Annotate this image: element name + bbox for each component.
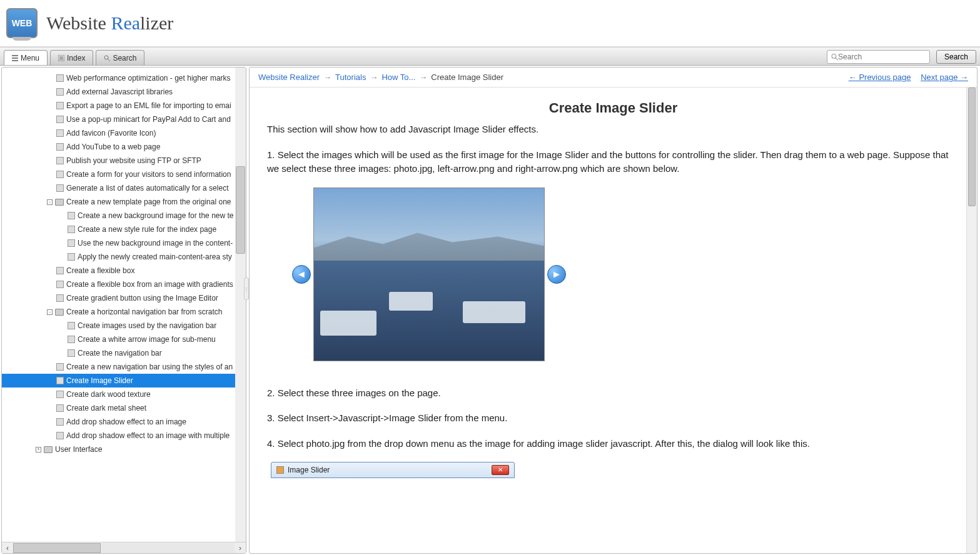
tree-item-label: Use the new background image in the cont… — [78, 239, 233, 248]
tree-item-label: Create dark metal sheet — [66, 404, 146, 412]
tree-item[interactable]: Create images used by the navigation bar — [2, 319, 246, 332]
scroll-left-icon[interactable]: ‹ — [2, 544, 13, 552]
topbar: Menu Index Search Search — [0, 47, 980, 66]
tree-item[interactable]: +User Interface — [2, 442, 246, 456]
crumb-sep: → — [419, 72, 427, 82]
hscroll-thumb[interactable] — [13, 543, 101, 553]
search-input[interactable] — [838, 52, 926, 61]
page-icon — [56, 129, 64, 137]
tree-item-label: Create a new navigation bar using the st… — [66, 362, 233, 371]
tab-menu[interactable]: Menu — [4, 50, 48, 65]
menu-icon — [12, 55, 18, 61]
tree-item[interactable]: Create dark metal sheet — [2, 401, 246, 415]
sidebar-hscroll[interactable]: ‹ › — [2, 542, 246, 553]
tab-menu-label: Menu — [21, 54, 39, 62]
vscroll-thumb[interactable] — [236, 166, 245, 254]
step-3-text: 3. Select Insert->Javascript->Image Slid… — [267, 411, 959, 426]
next-page-link[interactable]: Next page → — [921, 72, 968, 82]
tree-item-label: Create a white arrow image for sub-menu — [78, 335, 216, 344]
tree-item-label: Apply the newly created main-content-are… — [78, 252, 232, 261]
tree-item-label: Create a new background image for the ne… — [78, 211, 233, 220]
tree-item-label: Export a page to an EML file for importi… — [66, 101, 231, 110]
tree-item-label: Create a form for your visitors to send … — [66, 170, 231, 179]
right-arrow-icon[interactable]: ► — [547, 265, 566, 284]
left-arrow-icon[interactable]: ◄ — [292, 265, 311, 284]
tree-item[interactable]: Generate a list of dates automatically f… — [2, 181, 246, 195]
tree-expander-icon[interactable]: - — [47, 199, 53, 205]
tree-item[interactable]: Create the navigation bar — [2, 346, 246, 360]
tree-item[interactable]: Apply the newly created main-content-are… — [2, 250, 246, 264]
tree-item[interactable]: Create a new background image for the ne… — [2, 209, 246, 222]
tree-item-label: Use a pop-up minicart for PayPal Add to … — [66, 115, 231, 124]
tree-item[interactable]: Add YouTube to a web page — [2, 140, 246, 154]
tree-item[interactable]: Add external Javascript libraries — [2, 85, 246, 99]
tree-item[interactable]: Create a new navigation bar using the st… — [2, 360, 246, 374]
tree-item-label: Create the navigation bar — [78, 349, 162, 358]
search-button[interactable]: Search — [936, 50, 976, 64]
tree: Web performance optimization - get highe… — [2, 68, 246, 542]
tree-item-label: Create images used by the navigation bar — [78, 321, 216, 330]
crumb-sep: → — [370, 72, 378, 82]
tree-item[interactable]: -Create a horizontal navigation bar from… — [2, 305, 246, 319]
tree-item[interactable]: Add favicon (Favorite Icon) — [2, 126, 246, 140]
tree-item[interactable]: -Create a new template page from the ori… — [2, 195, 246, 209]
prev-page-link[interactable]: ← Previous page — [849, 72, 911, 82]
tree-item[interactable]: Create dark wood texture — [2, 388, 246, 401]
app-header: WEB Website Realizer — [0, 0, 980, 47]
page-icon — [56, 363, 64, 371]
tree-item-label: Create a flexible box from an image with… — [66, 280, 233, 289]
tree-expander-icon[interactable]: - — [47, 309, 53, 315]
tree-item[interactable]: Web performance optimization - get highe… — [2, 71, 246, 85]
hscroll-track[interactable] — [13, 543, 235, 553]
scroll-right-icon[interactable]: › — [235, 544, 246, 552]
tab-index[interactable]: Index — [50, 50, 93, 65]
tree-item[interactable]: Create a flexible box from an image with… — [2, 278, 246, 291]
tree-item[interactable]: Use the new background image in the cont… — [2, 236, 246, 250]
page-icon — [56, 294, 64, 302]
content-vscroll[interactable] — [966, 88, 977, 553]
tab-search[interactable]: Search — [96, 50, 144, 65]
tree-item[interactable]: Add drop shadow effect to an image with … — [2, 429, 246, 442]
tree-item[interactable]: Create a form for your visitors to send … — [2, 168, 246, 181]
example-figure: ◄ ► — [292, 188, 959, 361]
tree-item[interactable]: Create Image Slider — [2, 374, 246, 388]
crumb-tutorials[interactable]: Tutorials — [335, 72, 366, 82]
tree-expander-icon[interactable]: + — [36, 447, 41, 452]
tree-item[interactable]: Add drop shadow effect to an image — [2, 415, 246, 429]
tree-item-label: Create a new style rule for the index pa… — [78, 225, 216, 234]
tree-item[interactable]: Create a flexible box — [2, 264, 246, 278]
book-icon — [55, 199, 64, 206]
splitter-handle[interactable]: ⋮ — [244, 278, 249, 300]
search-box[interactable] — [827, 50, 930, 64]
tree-item[interactable]: Use a pop-up minicart for PayPal Add to … — [2, 112, 246, 126]
svg-line-2 — [108, 59, 110, 61]
brand-text-2: Rea — [111, 12, 140, 33]
tree-item[interactable]: Publish your website using FTP or SFTP — [2, 154, 246, 168]
page-icon — [68, 212, 75, 219]
page-icon — [56, 432, 64, 439]
page-icon — [68, 322, 75, 329]
page-icon — [68, 349, 75, 357]
main: Web performance optimization - get highe… — [0, 66, 980, 555]
app-brand: Website Realizer — [46, 12, 173, 34]
tree-item[interactable]: Create a new style rule for the index pa… — [2, 222, 246, 236]
tree-item[interactable]: Create gradient button using the Image E… — [2, 291, 246, 305]
tree-item-label: Create a flexible box — [66, 266, 134, 275]
page-icon — [56, 102, 64, 109]
tree-item-label: Create gradient button using the Image E… — [66, 294, 218, 302]
dialog-titlebar: Image Slider ✕ — [271, 462, 514, 478]
brand-text-3: lizer — [140, 12, 173, 33]
crumb-howto[interactable]: How To... — [381, 72, 415, 82]
search-tab-icon — [104, 55, 110, 61]
page-icon — [56, 404, 64, 412]
sidebar-vscroll[interactable] — [235, 68, 246, 542]
page-icon — [68, 239, 75, 247]
tree-item[interactable]: Create a white arrow image for sub-menu — [2, 332, 246, 346]
crumb-root[interactable]: Website Realizer — [258, 72, 320, 82]
breadcrumb: Website Realizer → Tutorials → How To...… — [250, 68, 977, 88]
content-vscroll-thumb[interactable] — [968, 88, 976, 206]
tree-item[interactable]: Export a page to an EML file for importi… — [2, 99, 246, 112]
tree-item-label: User Interface — [55, 445, 102, 454]
dialog-close-button[interactable]: ✕ — [492, 465, 509, 475]
page-icon — [68, 226, 75, 233]
